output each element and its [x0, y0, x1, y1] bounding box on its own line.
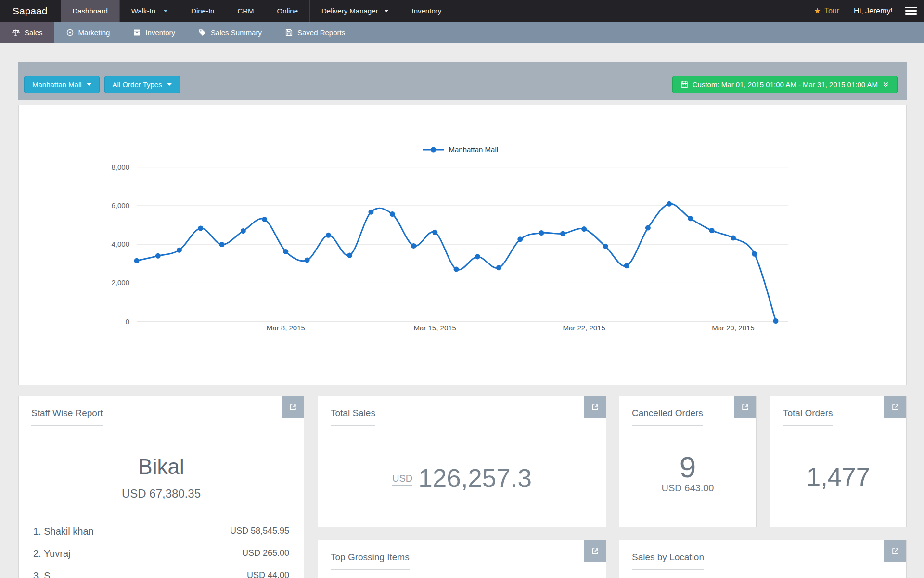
total-orders-card: Total Orders 1,477	[770, 396, 907, 527]
sales-chart-card: 02,0004,0006,0008,000Mar 8, 2015Mar 15, …	[18, 105, 907, 385]
expand-button[interactable]	[584, 540, 606, 562]
staff-sales-value: USD 265.00	[242, 548, 289, 559]
user-greeting[interactable]: Hi, Jeremy!	[846, 7, 900, 15]
expand-button[interactable]	[884, 540, 906, 562]
floppy-icon	[285, 28, 293, 37]
order-type-filter-label: All Order Types	[113, 80, 162, 89]
external-link-icon	[288, 403, 297, 412]
cancelled-orders-card: Cancelled Orders 9 USD 643.00	[619, 396, 757, 527]
cancelled-orders-value: USD 643.00	[619, 483, 756, 493]
svg-text:6,000: 6,000	[111, 201, 129, 210]
nav-item-label: Delivery Manager	[321, 7, 378, 15]
svg-text:Manhattan Mall: Manhattan Mall	[449, 145, 499, 154]
expand-button[interactable]	[282, 396, 304, 418]
card-title: Total Sales	[331, 408, 375, 426]
svg-text:4,000: 4,000	[111, 240, 129, 248]
sales-by-location-card: Sales by Location	[619, 540, 907, 578]
sub-nav: Sales Marketing Inventory Sales Summary …	[0, 22, 924, 43]
card-title: Total Orders	[783, 408, 833, 426]
chevron-down-icon[interactable]	[163, 10, 168, 12]
tag-icon	[198, 28, 206, 37]
staff-name: 1. Shakil khan	[33, 526, 94, 537]
tab-saved-reports[interactable]: Saved Reports	[273, 22, 357, 43]
target-icon	[66, 28, 74, 37]
top-staff-value: USD 67,380.35	[19, 487, 304, 500]
star-icon: ★	[814, 6, 821, 16]
top-grossing-items-card: Top Grossing Items	[318, 540, 606, 578]
currency-label: USD	[392, 473, 412, 486]
brand-logo[interactable]: Sapaad	[0, 0, 61, 22]
staff-row: 1. Shakil khan USD 58,545.95	[19, 520, 304, 542]
card-title: Sales by Location	[632, 552, 704, 570]
menu-icon[interactable]	[905, 5, 917, 17]
calendar-icon	[680, 80, 688, 88]
top-nav-right: ★ Tour Hi, Jeremy!	[807, 0, 924, 22]
external-link-icon	[590, 547, 600, 556]
staff-wise-report-card: Staff Wise Report Bikal USD 67,380.35 1.…	[18, 396, 304, 578]
total-sales-value: 126,257.3	[418, 464, 532, 492]
total-orders-count: 1,477	[770, 464, 906, 489]
svg-text:0: 0	[126, 317, 129, 326]
nav-item-label: CRM	[237, 7, 254, 15]
external-link-icon	[590, 403, 600, 412]
tab-label: Marketing	[78, 28, 110, 37]
expand-button[interactable]	[584, 396, 606, 418]
date-range-label: Custom: Mar 01, 2015 01:00 AM - Mar 31, …	[693, 80, 878, 89]
divider	[30, 518, 292, 518]
filter-toolbar: Manhattan Mall All Order Types Custom: M…	[18, 62, 907, 100]
sales-line-chart: 02,0004,0006,0008,000Mar 8, 2015Mar 15, …	[19, 105, 906, 385]
nav-item-inventory[interactable]: Inventory	[400, 0, 453, 22]
svg-text:Mar 15, 2015: Mar 15, 2015	[414, 324, 456, 332]
tab-label: Saved Reports	[297, 28, 345, 37]
tab-marketing[interactable]: Marketing	[54, 22, 122, 43]
location-filter-button[interactable]: Manhattan Mall	[24, 76, 100, 93]
nav-item-label: Inventory	[412, 7, 442, 15]
nav-item-dine-in[interactable]: Dine-In	[180, 0, 226, 22]
expand-button[interactable]	[884, 396, 906, 418]
tour-button[interactable]: ★ Tour	[807, 6, 846, 16]
staff-name: 3. S	[33, 570, 51, 578]
tab-inventory[interactable]: Inventory	[121, 22, 187, 43]
svg-text:8,000: 8,000	[111, 163, 129, 171]
top-nav: Sapaad Dashboard Walk-In Dine-In CRM Onl…	[0, 0, 924, 22]
chevron-down-icon	[167, 83, 172, 86]
double-chevron-down-icon	[882, 81, 889, 88]
date-range-button[interactable]: Custom: Mar 01, 2015 01:00 AM - Mar 31, …	[672, 76, 898, 93]
tour-label: Tour	[824, 7, 839, 15]
tab-label: Sales Summary	[211, 28, 262, 37]
scales-icon	[12, 28, 20, 37]
svg-text:Mar 22, 2015: Mar 22, 2015	[563, 324, 605, 332]
nav-item-walk-in[interactable]: Walk-In	[120, 0, 180, 22]
external-link-icon	[741, 403, 750, 412]
svg-text:2,000: 2,000	[111, 278, 129, 287]
archive-icon	[133, 28, 141, 37]
svg-text:Mar 29, 2015: Mar 29, 2015	[712, 324, 754, 332]
nav-item-online[interactable]: Online	[266, 0, 309, 22]
expand-button[interactable]	[734, 396, 756, 418]
tab-label: Sales	[25, 28, 43, 37]
nav-item-label: Dine-In	[191, 7, 214, 15]
total-sales-card: Total Sales USD126,257.3	[318, 396, 606, 527]
nav-item-label: Online	[277, 7, 298, 15]
nav-item-label: Walk-In	[131, 7, 155, 15]
top-staff-name: Bikal	[19, 455, 304, 479]
tab-sales-summary[interactable]: Sales Summary	[187, 22, 273, 43]
nav-item-dashboard[interactable]: Dashboard	[61, 0, 119, 22]
nav-item-crm[interactable]: CRM	[226, 0, 265, 22]
tab-sales[interactable]: Sales	[0, 22, 54, 43]
location-filter-label: Manhattan Mall	[32, 80, 82, 89]
staff-sales-value: USD 58,545.95	[230, 526, 289, 537]
order-type-filter-button[interactable]: All Order Types	[104, 76, 180, 93]
total-sales-figure: USD126,257.3	[318, 465, 606, 491]
chevron-down-icon	[384, 10, 389, 12]
card-title: Cancelled Orders	[632, 408, 703, 426]
nav-item-label: Dashboard	[72, 7, 107, 15]
svg-text:Mar 8, 2015: Mar 8, 2015	[267, 324, 305, 332]
external-link-icon	[891, 403, 900, 412]
card-title: Staff Wise Report	[31, 408, 103, 426]
tab-label: Inventory	[145, 28, 175, 37]
card-title: Top Grossing Items	[331, 552, 410, 570]
staff-row: 2. Yuvraj USD 265.00	[19, 542, 304, 565]
nav-item-delivery-manager[interactable]: Delivery Manager	[310, 0, 400, 22]
staff-row: 3. S USD 44.00	[19, 565, 304, 578]
